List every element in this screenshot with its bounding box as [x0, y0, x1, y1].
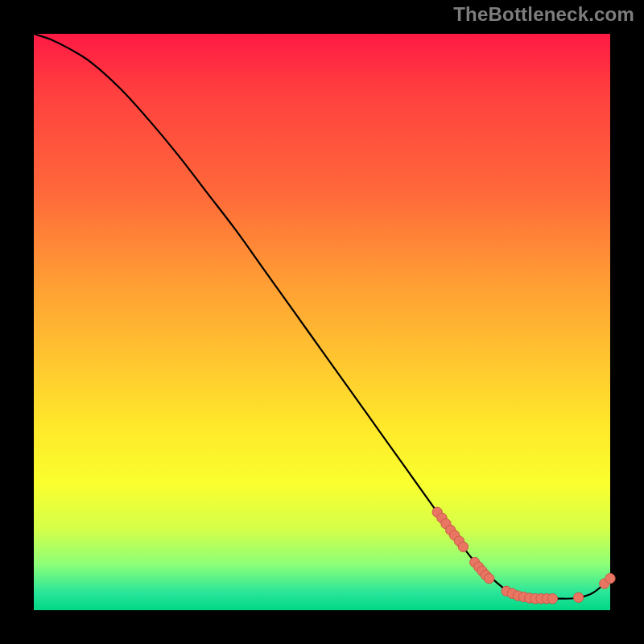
- chart-frame: TheBottleneck.com: [0, 0, 644, 644]
- curve-marker: [458, 542, 468, 551]
- plot-area: [34, 34, 610, 610]
- watermark-text: TheBottleneck.com: [453, 3, 634, 26]
- curve-markers: [432, 507, 615, 604]
- bottleneck-curve: [34, 34, 610, 610]
- curve-line: [34, 34, 610, 599]
- curve-marker: [484, 573, 493, 583]
- curve-marker: [573, 592, 583, 602]
- curve-marker: [605, 573, 615, 583]
- curve-marker: [547, 593, 557, 603]
